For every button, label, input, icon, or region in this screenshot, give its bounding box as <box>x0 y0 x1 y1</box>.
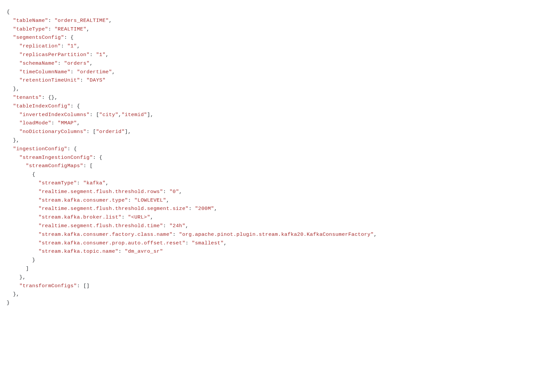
string-token: "<URL>" <box>128 214 150 220</box>
punct-token: : <box>163 223 169 229</box>
string-token: "realtime.segment.flush.threshold.rows" <box>38 189 163 195</box>
punct-token: : <box>128 197 134 203</box>
string-token: "invertedIndexColumns" <box>20 112 90 118</box>
punct-token <box>7 77 20 83</box>
punct-token: : <box>163 189 169 195</box>
punct-token: : <box>58 60 64 66</box>
punct-token <box>7 231 38 237</box>
punct-token <box>7 120 20 126</box>
string-token: "stream.kafka.consumer.factory.class.nam… <box>38 231 172 237</box>
punct-token: : <box>48 18 54 24</box>
punct-token <box>7 26 13 32</box>
string-token: "orders" <box>64 60 90 66</box>
code-line: "invertedIndexColumns": ["city","itemid"… <box>7 112 153 118</box>
code-line: "tenants": {}, <box>7 95 58 100</box>
punct-token: , <box>150 214 153 220</box>
code-line: "tableIndexConfig": { <box>7 103 80 109</box>
code-line: ] <box>7 266 29 272</box>
punct-token: ] <box>7 266 29 272</box>
string-token: "ordertime" <box>77 69 112 75</box>
code-line: "stream.kafka.consumer.type": "LOWLEVEL"… <box>7 197 169 203</box>
code-line: "streamType": "kafka", <box>7 180 109 186</box>
code-line: "schemaName": "orders", <box>7 60 93 66</box>
punct-token <box>7 155 20 161</box>
code-line: }, <box>7 86 20 92</box>
string-token: "MMAP" <box>58 120 77 126</box>
punct-token <box>7 283 20 289</box>
code-line: "segmentsConfig": { <box>7 34 74 40</box>
punct-token <box>7 189 38 195</box>
string-token: "org.apache.pinot.plugin.stream.kafka20.… <box>179 231 374 237</box>
punct-token: : { <box>93 155 102 161</box>
string-token: "transformConfigs" <box>20 283 77 289</box>
string-token: "stream.kafka.consumer.prop.auto.offset.… <box>38 240 185 246</box>
code-line: "replication": "1", <box>7 43 80 49</box>
punct-token: , <box>118 112 122 118</box>
code-line: "tableType": "REALTIME", <box>7 26 90 32</box>
punct-token <box>7 34 13 40</box>
punct-token: : { <box>67 146 77 152</box>
string-token: "REALTIME" <box>54 26 86 32</box>
punct-token: , <box>214 206 217 212</box>
punct-token: , <box>224 240 227 246</box>
punct-token: : <box>77 180 83 186</box>
string-token: "stream.kafka.topic.name" <box>38 248 118 254</box>
string-token: "realtime.segment.flush.threshold.time" <box>38 223 163 229</box>
punct-token: }, <box>7 86 20 92</box>
punct-token <box>7 214 38 220</box>
code-line: "transformConfigs": [] <box>7 283 90 289</box>
string-token: "LOWLEVEL" <box>134 197 166 203</box>
punct-token <box>7 163 26 169</box>
punct-token: : [] <box>77 283 90 289</box>
code-line: { <box>7 9 10 15</box>
punct-token: : { <box>64 34 74 40</box>
punct-token <box>7 180 38 186</box>
string-token: "timeColumnName" <box>20 69 71 75</box>
code-line: }, <box>7 137 20 143</box>
string-token: "schemaName" <box>20 60 58 66</box>
punct-token: }, <box>7 274 26 280</box>
code-line: "ingestionConfig": { <box>7 146 77 152</box>
punct-token <box>7 129 20 135</box>
punct-token: { <box>7 9 10 15</box>
code-line: "streamIngestionConfig": { <box>7 155 102 161</box>
punct-token: , <box>90 60 93 66</box>
string-token: "orders_REALTIME" <box>54 18 109 24</box>
string-token: "stream.kafka.consumer.type" <box>38 197 128 203</box>
punct-token: } <box>7 300 10 306</box>
string-token: "tenants" <box>13 95 42 100</box>
punct-token: : { <box>71 103 80 109</box>
punct-token: : <box>118 248 125 254</box>
punct-token: : <box>61 43 67 49</box>
string-token: "dm_avro_sr" <box>125 248 163 254</box>
punct-token: , <box>185 223 189 229</box>
string-token: "orderid" <box>96 129 125 135</box>
code-line: "streamConfigMaps": [ <box>7 163 93 169</box>
punct-token: }, <box>7 137 20 143</box>
punct-token <box>7 95 13 100</box>
string-token: "retentionTimeUnit" <box>20 77 80 83</box>
punct-token <box>7 223 38 229</box>
punct-token <box>7 18 13 24</box>
code-line: "stream.kafka.consumer.factory.class.nam… <box>7 231 377 237</box>
punct-token <box>7 146 13 152</box>
code-line: "realtime.segment.flush.threshold.segmen… <box>7 206 217 212</box>
punct-token <box>7 69 20 75</box>
punct-token <box>7 112 20 118</box>
string-token: "segmentsConfig" <box>13 34 64 40</box>
code-line: "stream.kafka.consumer.prop.auto.offset.… <box>7 240 227 246</box>
string-token: "ingestionConfig" <box>13 146 67 152</box>
punct-token: : <box>122 214 128 220</box>
punct-token <box>7 60 20 66</box>
code-line: "stream.kafka.broker.list": "<URL>", <box>7 214 153 220</box>
string-token: "stream.kafka.broker.list" <box>38 214 121 220</box>
code-line: "tableName": "orders_REALTIME", <box>7 18 112 24</box>
punct-token: , <box>112 69 115 75</box>
punct-token: : <box>71 69 77 75</box>
string-token: "noDictionaryColumns" <box>20 129 87 135</box>
string-token: "streamConfigMaps" <box>26 163 83 169</box>
punct-token: , <box>109 18 112 24</box>
punct-token: : <box>80 77 87 83</box>
code-line: "timeColumnName": "ordertime", <box>7 69 115 75</box>
punct-token: , <box>106 180 109 186</box>
